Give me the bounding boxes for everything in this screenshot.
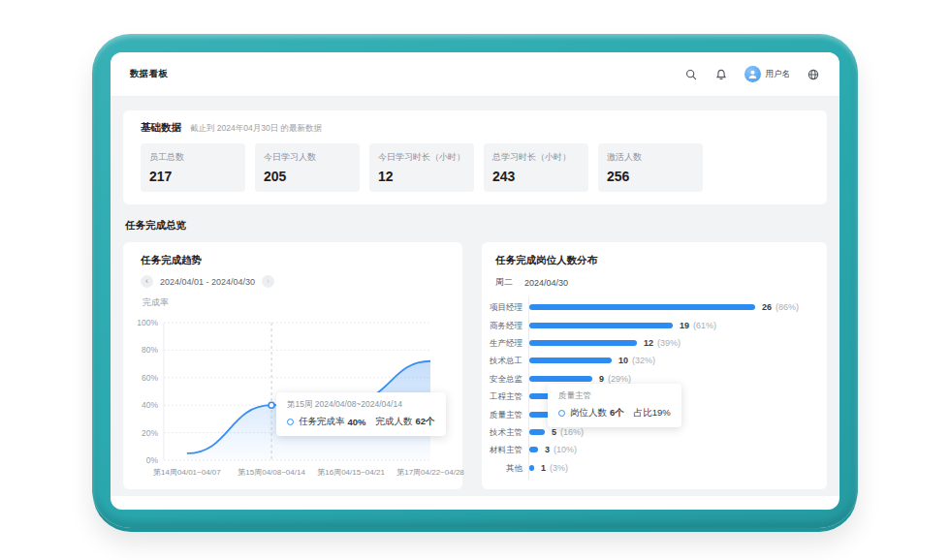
bar-category-label: 安全总监 — [495, 374, 522, 384]
bar[interactable] — [529, 340, 637, 346]
trend-date-range: 2024/04/01 - 2024/04/30 — [160, 277, 255, 287]
basic-data-subtitle: 截止到 2024年04月30日 的最新数据 — [190, 123, 322, 135]
positions-tooltip-series: 岗位人数 — [570, 407, 607, 420]
x-tick-label: 第17周04/22~04/28 — [396, 468, 464, 477]
series-dot-icon — [558, 410, 565, 417]
bar-percent: (86%) — [776, 302, 799, 312]
bar-category-label: 生产经理 — [495, 338, 522, 348]
basic-data-header: 基础数据 截止到 2024年04月30日 的最新数据 — [141, 121, 809, 135]
positions-tooltip-title: 质量主管 — [558, 390, 671, 402]
y-tick-label: 80% — [142, 345, 158, 355]
y-axis-label: 完成率 — [142, 297, 169, 307]
bar-value: 1 — [541, 463, 546, 473]
search-icon[interactable] — [684, 68, 698, 81]
x-tick-label: 第14周04/01~04/07 — [153, 468, 221, 477]
bar-value: 10 — [618, 356, 628, 365]
bar[interactable] — [529, 447, 538, 452]
positions-date: 2024/04/30 — [524, 278, 568, 288]
stats-row: 员工总数 217 今日学习人数 205 今日学习时长（小时） 12 总学习时长（… — [141, 143, 809, 192]
bar-percent: (32%) — [632, 356, 655, 365]
bar-row: 生产经理 12 (39%) — [495, 334, 813, 352]
stat-label: 激活人数 — [607, 151, 694, 164]
bar[interactable] — [529, 376, 592, 382]
bar-percent: (61%) — [693, 321, 716, 330]
trend-tooltip-extra-label: 完成人数 — [376, 416, 413, 428]
stat-label: 今日学习人数 — [264, 151, 351, 164]
y-tick-label: 20% — [142, 428, 158, 438]
series-dot-icon — [287, 419, 294, 425]
stat-card: 员工总数 217 — [141, 143, 245, 192]
topbar-actions: 用户名 — [684, 66, 821, 82]
prev-period-button[interactable]: ‹ — [141, 275, 153, 288]
positions-date-row: 周二 2024/04/30 — [495, 276, 813, 289]
bar[interactable] — [529, 465, 534, 471]
trend-tooltip: 第15周 2024/04/08~2024/04/14 任务完成率 40% 完成人… — [276, 392, 446, 436]
bar-value: 12 — [644, 338, 653, 348]
stat-card: 今日学习人数 205 — [255, 143, 360, 192]
bar-category-label: 其他 — [495, 463, 522, 473]
positions-tooltip-extra: 占比19% — [634, 407, 671, 420]
section-title: 任务完成总览 — [125, 219, 825, 233]
bar-value: 9 — [599, 374, 604, 384]
bar[interactable] — [529, 323, 673, 328]
stat-label: 员工总数 — [149, 151, 237, 164]
y-tick-label: 60% — [142, 373, 158, 383]
bar-category-label: 技术主管 — [495, 427, 522, 437]
bar-value: 3 — [545, 445, 550, 454]
highlight-point-marker — [269, 402, 274, 408]
stat-value: 256 — [607, 169, 694, 184]
bell-icon[interactable] — [714, 68, 728, 81]
bar-percent: (16%) — [560, 427, 584, 437]
positions-title: 任务完成岗位人数分布 — [495, 254, 813, 267]
app-title: 数据看板 — [130, 68, 168, 80]
bar-category-label: 工程主管 — [495, 391, 522, 401]
basic-data-title: 基础数据 — [141, 121, 181, 135]
bar-row: 技术总工 10 (32%) — [495, 352, 813, 369]
basic-data-card: 基础数据 截止到 2024年04月30日 的最新数据 员工总数 217 今日学习… — [123, 110, 827, 204]
bar-percent: (39%) — [657, 338, 681, 348]
user-menu[interactable]: 用户名 — [744, 66, 791, 82]
positions-tooltip-line: 岗位人数 6个 占比19% — [558, 407, 671, 420]
positions-tooltip: 质量主管 岗位人数 6个 占比19% — [548, 384, 681, 427]
bar-percent: (29%) — [608, 374, 631, 384]
user-avatar — [744, 66, 761, 82]
dashboard-screen: 数据看板 用户名 — [111, 52, 839, 510]
stat-value: 217 — [149, 169, 237, 184]
dashboard-content: 基础数据 截止到 2024年04月30日 的最新数据 员工总数 217 今日学习… — [111, 97, 839, 496]
positions-card: 任务完成岗位人数分布 周二 2024/04/30 项目经理 26 (86%) 商… — [482, 242, 827, 489]
trend-tooltip-title: 第15周 2024/04/08~2024/04/14 — [287, 399, 435, 411]
trend-tooltip-line: 任务完成率 40% 完成人数 62个 — [287, 416, 435, 428]
bar-row: 其他 1 (3%) — [495, 459, 813, 477]
stat-label: 总学习时长（小时） — [492, 151, 580, 164]
stat-card: 总学习时长（小时） 243 — [484, 143, 588, 192]
username-label: 用户名 — [766, 69, 791, 80]
bar-percent: (3%) — [550, 463, 568, 473]
x-tick-label: 第15周04/08~04/14 — [238, 468, 305, 477]
globe-icon[interactable] — [807, 68, 820, 81]
tablet-frame: 数据看板 用户名 — [92, 34, 858, 528]
trend-date-nav: ‹ 2024/04/01 - 2024/04/30 › — [141, 275, 445, 288]
bar-axis-line — [528, 296, 529, 480]
bar[interactable] — [529, 429, 545, 435]
bar-value: 26 — [762, 302, 772, 312]
charts-row: 任务完成趋势 ‹ 2024/04/01 - 2024/04/30 › 完成率0%… — [123, 242, 827, 489]
next-period-button[interactable]: › — [262, 275, 274, 288]
bar[interactable] — [529, 358, 612, 363]
bar-percent: (10%) — [554, 445, 577, 454]
bar-category-label: 技术总工 — [495, 356, 522, 365]
page: 数据看板 用户名 — [0, 0, 950, 560]
bar-category-label: 材料主管 — [495, 445, 522, 454]
bar-value: 19 — [680, 321, 689, 330]
bar-category-label: 商务经理 — [495, 321, 522, 330]
positions-weekday: 周二 — [495, 276, 513, 289]
stat-value: 243 — [492, 169, 580, 184]
stat-label: 今日学习时长（小时） — [378, 151, 465, 164]
stat-value: 205 — [264, 169, 351, 184]
trend-tooltip-series: 任务完成率 — [299, 416, 345, 428]
bar-row: 材料主管 3 (10%) — [495, 441, 813, 458]
bar[interactable] — [529, 304, 755, 310]
x-tick-label: 第16周04/15~04/21 — [317, 468, 385, 477]
y-tick-label: 100% — [137, 318, 158, 327]
trend-line-chart[interactable]: 完成率0%20%40%60%80%100%第14周04/01~04/07第15周… — [141, 294, 445, 482]
stat-value: 12 — [378, 169, 465, 184]
